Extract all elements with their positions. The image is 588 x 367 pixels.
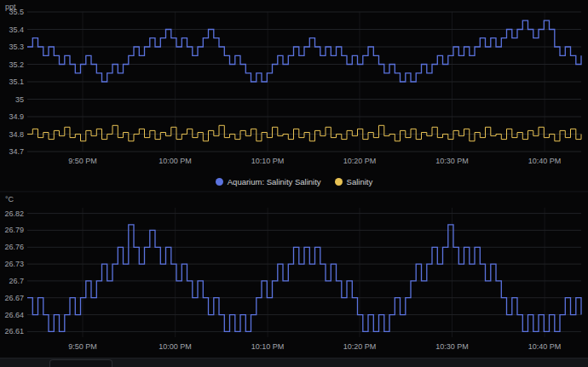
bottom-bar <box>0 358 588 367</box>
svg-text:26.67: 26.67 <box>4 294 24 302</box>
svg-text:9:50 PM: 9:50 PM <box>68 157 97 165</box>
temperature-chart[interactable]: 26.6126.6426.6726.726.7326.7626.7926.829… <box>0 192 588 358</box>
svg-text:35.4: 35.4 <box>9 26 24 34</box>
svg-text:26.61: 26.61 <box>4 327 24 335</box>
svg-text:35.3: 35.3 <box>9 43 24 51</box>
salinity-chart[interactable]: 34.734.834.93535.135.235.335.435.59:50 P… <box>0 0 588 170</box>
svg-text:9:50 PM: 9:50 PM <box>68 342 97 351</box>
svg-text:10:20 PM: 10:20 PM <box>343 342 377 351</box>
salinity-unit-label: ppt <box>5 3 16 11</box>
svg-text:10:20 PM: 10:20 PM <box>343 157 377 165</box>
yellow-series-dot-icon <box>335 178 343 186</box>
svg-text:10:10 PM: 10:10 PM <box>251 157 285 165</box>
svg-text:34.7: 34.7 <box>9 147 24 156</box>
svg-text:10:30 PM: 10:30 PM <box>435 342 469 351</box>
svg-text:10:40 PM: 10:40 PM <box>528 157 562 165</box>
blue-series-dot-icon <box>216 178 223 186</box>
svg-text:10:40 PM: 10:40 PM <box>528 342 562 351</box>
svg-text:10:30 PM: 10:30 PM <box>435 157 469 165</box>
svg-text:26.7: 26.7 <box>9 277 24 285</box>
legend-label: Aquarium: Salinity Salinity <box>228 177 321 186</box>
svg-text:35: 35 <box>15 95 24 104</box>
svg-text:10:10 PM: 10:10 PM <box>251 342 285 351</box>
legend-item-aquarium-salinity[interactable]: Aquarium: Salinity Salinity <box>216 177 321 186</box>
bottom-panel-tab[interactable] <box>49 359 112 367</box>
temperature-unit-label: °C <box>5 195 14 204</box>
svg-text:26.82: 26.82 <box>4 209 24 218</box>
svg-text:10:00 PM: 10:00 PM <box>159 157 192 165</box>
svg-text:26.64: 26.64 <box>4 311 24 319</box>
svg-text:34.8: 34.8 <box>9 130 24 139</box>
legend-item-salinity[interactable]: Salinity <box>335 177 373 186</box>
temperature-panel: °C 26.6126.6426.6726.726.7326.7626.7926.… <box>0 192 588 358</box>
salinity-legend: Aquarium: Salinity Salinity Salinity <box>0 174 588 189</box>
svg-text:26.76: 26.76 <box>4 243 24 251</box>
svg-text:35.2: 35.2 <box>9 60 24 69</box>
svg-text:26.79: 26.79 <box>4 226 24 234</box>
svg-text:35.1: 35.1 <box>9 77 24 86</box>
legend-label: Salinity <box>347 177 373 186</box>
svg-text:10:00 PM: 10:00 PM <box>159 342 192 351</box>
svg-text:26.73: 26.73 <box>4 260 24 268</box>
svg-text:34.9: 34.9 <box>9 112 24 121</box>
salinity-panel: ppt 34.734.834.93535.135.235.335.435.59:… <box>0 0 588 191</box>
